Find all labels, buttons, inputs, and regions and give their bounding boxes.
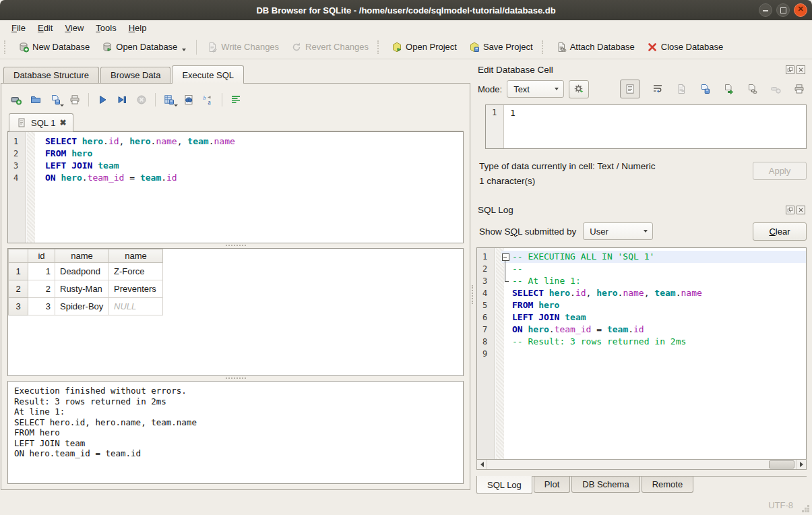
maximize-icon[interactable] [776,3,790,17]
cell[interactable]: Z-Force [109,263,163,280]
cell[interactable]: 2 [28,280,55,298]
open-sql-file-button[interactable] [28,92,43,107]
code-line: 7ON hero.team_id = team.id [477,324,806,336]
fold-marker-icon[interactable] [501,251,510,263]
line-number: 1 [486,105,504,148]
bottom-tab-plot[interactable]: Plot [534,477,570,493]
format-sql-button[interactable] [228,92,243,107]
fold-margin [501,348,510,360]
log-line: At line 1: [14,406,457,417]
menu-help[interactable]: Help [123,22,153,34]
column-header-name[interactable]: name [109,249,163,263]
execute-all-button[interactable] [95,92,110,107]
toolbar-separator [222,93,222,107]
menu-view[interactable]: View [59,22,90,34]
export-data-button[interactable] [722,83,735,95]
filter-label: Show SQL submitted by [479,226,576,237]
clear-button[interactable]: Clear [753,222,807,241]
results-grid[interactable]: idnamename11DeadpondZ-Force22Rusty-ManPr… [7,248,464,376]
horizontal-splitter[interactable] [7,243,464,248]
cell-value: 1 [504,105,516,148]
toolbar-revert-changes[interactable]: Revert Changes [285,39,375,55]
row-header[interactable]: 1 [9,263,28,280]
scroll-left-icon[interactable] [477,460,487,469]
header-row: idnamename [9,249,163,263]
horizontal-scrollbar[interactable] [476,459,807,470]
execute-sql-page: ba SQL 1 ✖ 1SELECT hero.id, hero.name, t… [1,83,470,490]
new-sql-tab-button[interactable] [9,92,24,107]
chevron-down-icon [555,88,559,90]
cell[interactable]: Deadpond [55,263,109,280]
toolbar-new-database[interactable]: New Database [12,39,96,55]
tab-execute-sql[interactable]: Execute SQL [172,65,244,84]
revert-changes-icon [291,42,302,53]
close-panel-icon[interactable] [797,206,805,214]
toolbar-attach-database[interactable]: Attach Database [550,39,641,55]
word-wrap-button[interactable] [652,83,664,95]
tab-browse-data[interactable]: Browse Data [100,67,170,83]
chevron-down-icon[interactable] [174,104,178,107]
menu-file[interactable]: File [5,22,32,34]
main-toolbar: New Database Open Database Write Changes… [0,35,812,59]
cell[interactable]: 1 [28,263,55,280]
menu-edit[interactable]: Edit [32,22,59,34]
scrollbar-thumb[interactable] [769,460,794,468]
column-header-id[interactable]: id [28,249,55,263]
cell[interactable]: Spider-Boy [55,298,109,315]
submitted-by-select[interactable]: User [583,222,653,240]
minimize-icon[interactable] [759,3,772,17]
find-replace-button[interactable]: ba [201,92,216,107]
code-line: 9 [477,348,806,360]
bottom-tab-remote[interactable]: Remote [642,477,694,493]
save-sql-file-button[interactable] [48,92,63,107]
bottom-tab-sql-log[interactable]: SQL Log [476,476,532,494]
row-header[interactable]: 2 [9,280,28,298]
horizontal-splitter[interactable] [7,376,464,381]
sql-log-view[interactable]: 1-- EXECUTING ALL IN 'SQL 1' 2-- 3-- At … [476,247,807,460]
mode-select[interactable]: Text [507,80,564,98]
close-icon[interactable] [794,3,807,17]
find-button[interactable] [181,92,196,107]
toolbar-close-database[interactable]: Close Database [641,39,730,55]
auto-switch-mode-button[interactable] [569,80,589,98]
tab-database-structure[interactable]: Database Structure [3,67,99,83]
chevron-down-icon[interactable] [60,104,64,107]
sql-code-editor[interactable]: 1SELECT hero.id, hero.name, team.name 2F… [7,131,464,243]
vertical-splitter[interactable] [472,285,474,304]
sql-tab[interactable]: SQL 1 ✖ [9,113,73,131]
print-cell-button[interactable] [793,83,805,95]
float-panel-icon[interactable] [786,206,794,214]
save-results-button[interactable] [162,92,177,107]
resize-grip-icon[interactable] [807,510,809,512]
close-tab-icon[interactable]: ✖ [59,118,66,127]
menu-tools[interactable]: Tools [90,22,122,34]
print-sql-button[interactable] [67,92,82,107]
stop-execution-button[interactable] [134,92,149,107]
set-null-button[interactable] [770,83,782,95]
save-data-icon [699,84,710,94]
row-header[interactable]: 3 [9,298,28,315]
apply-button[interactable]: Apply [753,162,807,180]
save-data-button[interactable] [699,83,711,95]
scroll-right-icon[interactable] [796,460,806,469]
chevron-down-icon[interactable] [182,49,186,51]
toolbar-save-project[interactable]: Save Project [463,39,539,55]
close-panel-icon[interactable] [797,65,805,74]
cell[interactable]: Preventers [109,280,163,298]
cell[interactable]: Rusty-Man [55,280,109,298]
column-header-name[interactable]: name [55,249,109,263]
cell[interactable]: 3 [28,298,55,315]
toolbar-open-database[interactable]: Open Database [96,39,192,55]
cell-value-editor[interactable]: 1 1 [485,104,807,149]
toolbar-write-changes[interactable]: Write Changes [201,39,285,55]
fold-margin [501,311,510,324]
text-mode-button[interactable] [620,80,640,98]
toolbar-open-project[interactable]: Open Project [385,39,463,55]
bottom-tab-db-schema[interactable]: DB Schema [571,477,639,493]
float-panel-icon[interactable] [786,65,794,74]
link-data-button[interactable] [746,83,758,95]
execute-line-button[interactable] [115,92,129,107]
code-line: 2-- [477,263,806,275]
import-data-button[interactable] [675,83,687,95]
cell-null[interactable]: NULL [109,298,163,315]
